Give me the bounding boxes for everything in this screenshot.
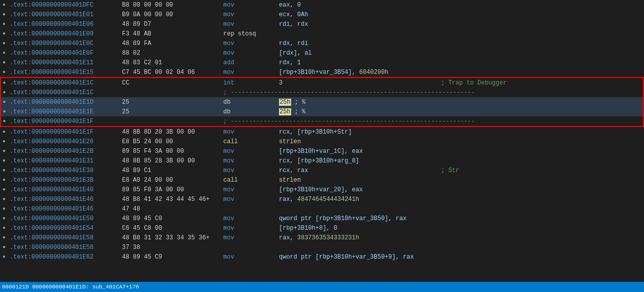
- comment: ; Str: [439, 165, 643, 175]
- comment: [439, 127, 643, 137]
- operands: 25h ; %: [277, 97, 439, 107]
- table-row: ●.text:00000000000401E15C7 45 BC 00 02 0…: [1, 67, 643, 77]
- address: .text:00000000000401E46: [9, 204, 120, 214]
- address: .text:00000000000401E1E: [9, 107, 120, 116]
- comment: [439, 175, 643, 185]
- comment: [439, 214, 643, 223]
- bytes: 88 02: [120, 48, 221, 58]
- bytes: 48 B8 41 42 43 44 45 46+: [120, 194, 221, 204]
- bytes: [120, 88, 221, 97]
- operands: 25h ; %: [277, 107, 439, 116]
- comment: [439, 10, 643, 19]
- comment: [439, 146, 643, 156]
- bytes: F3 48 AB: [120, 29, 221, 38]
- comment: [439, 156, 643, 165]
- table-row: ●.text:00000000000401E1148 83 C2 01addrd…: [1, 58, 643, 67]
- operands: [277, 204, 439, 214]
- address: .text:00000000000401DFC: [9, 0, 120, 10]
- mnemonic: call: [221, 137, 277, 146]
- breakpoint-dot: ●: [1, 242, 9, 252]
- bytes: 25: [120, 107, 221, 116]
- table-row: ●.text:00000000000401E3BE8 A0 24 00 00ca…: [1, 175, 643, 185]
- table-row: ●.text:00000000000401E3148 8B 85 28 3B 0…: [1, 156, 643, 165]
- operands: rdx, rdi: [277, 38, 439, 48]
- mnemonic: mov: [221, 185, 277, 194]
- breakpoint-dot: ●: [1, 137, 9, 146]
- operands: [rbp+3B10h+var_3B54], 6040200h: [277, 67, 439, 77]
- address: .text:00000000000401E0F: [9, 48, 120, 58]
- table-row: ●.text:00000000000401E1CCCint3; Trap to …: [1, 77, 643, 88]
- comment: [439, 38, 643, 48]
- comment: [439, 137, 643, 146]
- address: .text:00000000000401E09: [9, 29, 120, 38]
- bytes: 37 38: [120, 242, 221, 252]
- table-row: ●.text:00000000000401E54C6 45 C8 00mov[r…: [1, 223, 643, 233]
- table-row: ●.text:00000000000401E1F48 8B 8D 20 3B 0…: [1, 127, 643, 137]
- breakpoint-dot: ●: [1, 194, 9, 204]
- breakpoint-dot: ●: [1, 67, 9, 77]
- breakpoint-dot: ●: [1, 156, 9, 165]
- address: .text:00000000000401E3B: [9, 175, 120, 185]
- comment: [439, 58, 643, 67]
- table-row: ●.text:00000000000401E1E25db25h ; %: [1, 107, 643, 116]
- address: .text:00000000000401E01: [9, 10, 120, 19]
- address: .text:00000000000401E54: [9, 223, 120, 233]
- comment: [439, 233, 643, 242]
- operands: rcx, [rbp+3B10h+arg_8]: [277, 156, 439, 165]
- address: .text:00000000000401E1C: [9, 77, 120, 88]
- table-row: ●.text:00000000000401E0648 89 D7movrdi, …: [1, 19, 643, 29]
- breakpoint-dot: ●: [1, 127, 9, 137]
- operands: [rbp+3B10h+var_20], eax: [277, 185, 439, 194]
- address: .text:00000000000401E38: [9, 165, 120, 175]
- mnemonic: int: [221, 77, 277, 88]
- operands: rax, 4847464544434241h: [277, 194, 439, 204]
- table-row: ●.text:00000000000401DFCB8 00 00 00 00mo…: [1, 0, 643, 10]
- bytes: 47 48: [120, 204, 221, 214]
- comment: ; --------------------------------------…: [221, 116, 643, 127]
- breakpoint-dot: ●: [1, 165, 9, 175]
- table-row: ●.text:00000000000401E1C; --------------…: [1, 88, 643, 97]
- bytes: C6 45 C8 00: [120, 223, 221, 233]
- mnemonic: mov: [221, 146, 277, 156]
- bytes: 48 89 45 C9: [120, 252, 221, 262]
- mnemonic: add: [221, 58, 277, 67]
- bytes: B8 00 00 00 00: [120, 0, 221, 10]
- address: .text:00000000000401E1C: [9, 88, 120, 97]
- breakpoint-dot: ●: [1, 223, 9, 233]
- breakpoint-dot: ●: [1, 29, 9, 38]
- bytes: 25: [120, 97, 221, 107]
- mnemonic: mov: [221, 233, 277, 242]
- disassembly-view[interactable]: ●.text:00000000000401DFCB8 00 00 00 00mo…: [0, 0, 644, 282]
- breakpoint-dot: ●: [1, 185, 9, 194]
- breakpoint-dot: ●: [1, 88, 9, 97]
- breakpoint-dot: ●: [1, 175, 9, 185]
- highlighted-byte: 25h: [279, 108, 291, 115]
- table-row: ●.text:00000000000401E5837 38: [1, 242, 643, 252]
- mnemonic: mov: [221, 48, 277, 58]
- address: .text:00000000000401E31: [9, 156, 120, 165]
- comment: [439, 185, 643, 194]
- address: .text:00000000000401E62: [9, 252, 120, 262]
- mnemonic: mov: [221, 194, 277, 204]
- table-row: ●.text:00000000000401E09F3 48 ABrep stos…: [1, 29, 643, 38]
- address: .text:00000000000401E40: [9, 185, 120, 194]
- table-row: ●.text:00000000000401E1D25db25h ; %: [1, 97, 643, 107]
- operands: qword ptr [rbp+3B10h+var_3B50], rax: [277, 214, 439, 223]
- table-row: ●.text:00000000000401E5048 89 45 C0movqw…: [1, 214, 643, 223]
- mnemonic: mov: [221, 10, 277, 19]
- address: .text:00000000000401E1D: [9, 97, 120, 107]
- bytes: 89 85 F0 3A 00 00: [120, 185, 221, 194]
- address: .text:00000000000401E58: [9, 233, 120, 242]
- mnemonic: rep stosq: [221, 29, 277, 38]
- table-row: ●.text:00000000000401E01B9 0A 00 00 00mo…: [1, 10, 643, 19]
- address: .text:00000000000401E0C: [9, 38, 120, 48]
- table-row: ●.text:00000000000401E0F88 02mov[rdx], a…: [1, 48, 643, 58]
- address: .text:00000000000401E15: [9, 67, 120, 77]
- mnemonic: mov: [221, 156, 277, 165]
- operands: [rdx], al: [277, 48, 439, 58]
- bytes: E8 B5 24 00 00: [120, 137, 221, 146]
- breakpoint-dot: ●: [1, 0, 9, 10]
- breakpoint-dot: ●: [1, 10, 9, 19]
- comment: [439, 67, 643, 77]
- mnemonic: mov: [221, 127, 277, 137]
